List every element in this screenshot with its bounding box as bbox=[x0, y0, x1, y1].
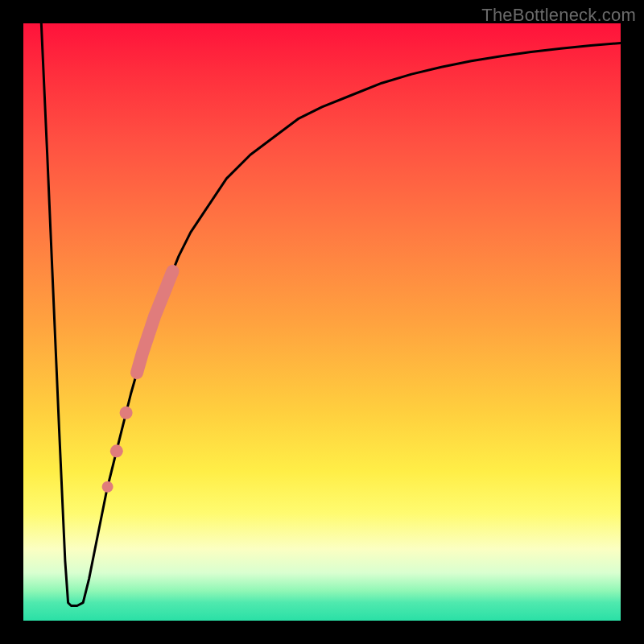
highlight-dot bbox=[102, 481, 114, 493]
highlight-dot bbox=[110, 444, 123, 457]
watermark-text: TheBottleneck.com bbox=[481, 5, 636, 26]
highlight-dots bbox=[102, 407, 133, 493]
chart-frame: TheBottleneck.com bbox=[0, 0, 644, 644]
bottleneck-curve bbox=[41, 23, 621, 606]
highlight-dot bbox=[120, 407, 133, 419]
curve-layer bbox=[23, 23, 621, 621]
highlight-thick-segment bbox=[137, 271, 173, 373]
plot-area bbox=[23, 23, 621, 621]
